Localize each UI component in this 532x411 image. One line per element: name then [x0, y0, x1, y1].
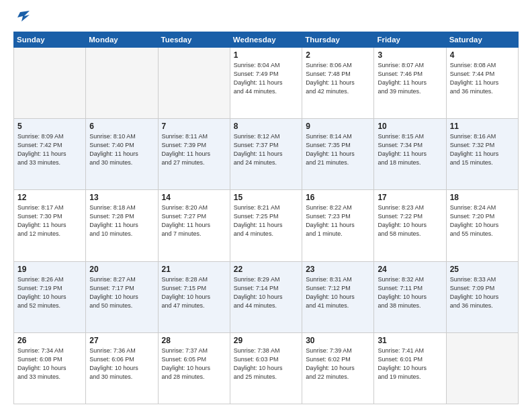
- calendar-cell: 29Sunrise: 7:38 AM Sunset: 6:03 PM Dayli…: [230, 332, 302, 404]
- calendar-cell: 8Sunrise: 8:12 AM Sunset: 7:37 PM Daylig…: [230, 119, 302, 190]
- day-number: 21: [162, 265, 226, 274]
- calendar-cell: 31Sunrise: 7:41 AM Sunset: 6:01 PM Dayli…: [374, 332, 446, 404]
- calendar-cell: 6Sunrise: 8:10 AM Sunset: 7:40 PM Daylig…: [86, 119, 158, 190]
- day-number: 24: [378, 265, 442, 274]
- calendar-cell: [446, 332, 518, 404]
- calendar-cell: 7Sunrise: 8:11 AM Sunset: 7:39 PM Daylig…: [158, 119, 230, 190]
- day-number: 16: [306, 193, 370, 202]
- calendar-cell: 28Sunrise: 7:37 AM Sunset: 6:05 PM Dayli…: [158, 332, 230, 404]
- day-info: Sunrise: 8:29 AM Sunset: 7:14 PM Dayligh…: [234, 275, 298, 310]
- calendar-cell: 26Sunrise: 7:34 AM Sunset: 6:08 PM Dayli…: [14, 332, 86, 404]
- calendar-table: SundayMondayTuesdayWednesdayThursdayFrid…: [13, 32, 519, 404]
- calendar-cell: 11Sunrise: 8:16 AM Sunset: 7:32 PM Dayli…: [446, 119, 518, 190]
- day-info: Sunrise: 8:28 AM Sunset: 7:15 PM Dayligh…: [162, 275, 226, 310]
- day-info: Sunrise: 8:24 AM Sunset: 7:20 PM Dayligh…: [450, 203, 515, 238]
- day-number: 25: [450, 265, 515, 274]
- day-number: 31: [378, 336, 442, 345]
- weekday-monday: Monday: [86, 32, 158, 47]
- calendar-week-4: 19Sunrise: 8:26 AM Sunset: 7:19 PM Dayli…: [14, 261, 519, 332]
- calendar-cell: 13Sunrise: 8:18 AM Sunset: 7:28 PM Dayli…: [86, 190, 158, 261]
- day-info: Sunrise: 8:10 AM Sunset: 7:40 PM Dayligh…: [89, 132, 154, 167]
- day-number: 18: [450, 193, 515, 202]
- day-info: Sunrise: 8:17 AM Sunset: 7:30 PM Dayligh…: [17, 203, 82, 238]
- weekday-wednesday: Wednesday: [230, 32, 302, 47]
- day-number: 28: [162, 336, 226, 345]
- day-number: 23: [306, 265, 370, 274]
- calendar-cell: 10Sunrise: 8:15 AM Sunset: 7:34 PM Dayli…: [374, 119, 446, 190]
- day-info: Sunrise: 8:18 AM Sunset: 7:28 PM Dayligh…: [89, 203, 154, 238]
- day-number: 12: [17, 193, 82, 202]
- calendar-week-1: 1Sunrise: 8:04 AM Sunset: 7:49 PM Daylig…: [14, 47, 519, 118]
- weekday-header-row: SundayMondayTuesdayWednesdayThursdayFrid…: [14, 32, 519, 47]
- day-info: Sunrise: 8:12 AM Sunset: 7:37 PM Dayligh…: [234, 132, 298, 167]
- calendar-cell: 9Sunrise: 8:14 AM Sunset: 7:35 PM Daylig…: [302, 119, 374, 190]
- day-info: Sunrise: 7:36 AM Sunset: 6:06 PM Dayligh…: [89, 347, 154, 381]
- day-number: 26: [17, 336, 82, 345]
- calendar-week-3: 12Sunrise: 8:17 AM Sunset: 7:30 PM Dayli…: [14, 190, 519, 261]
- calendar-cell: [158, 47, 230, 118]
- calendar-cell: 15Sunrise: 8:21 AM Sunset: 7:25 PM Dayli…: [230, 190, 302, 261]
- day-number: 6: [89, 122, 154, 131]
- day-info: Sunrise: 7:39 AM Sunset: 6:02 PM Dayligh…: [306, 347, 370, 381]
- logo-bird-icon: [15, 9, 30, 24]
- day-info: Sunrise: 8:33 AM Sunset: 7:09 PM Dayligh…: [450, 275, 515, 310]
- day-info: Sunrise: 8:26 AM Sunset: 7:19 PM Dayligh…: [17, 275, 82, 310]
- day-info: Sunrise: 8:32 AM Sunset: 7:11 PM Dayligh…: [378, 275, 442, 310]
- day-number: 30: [306, 336, 370, 345]
- day-number: 11: [450, 122, 515, 131]
- day-number: 29: [234, 336, 298, 345]
- calendar-cell: 1Sunrise: 8:04 AM Sunset: 7:49 PM Daylig…: [230, 47, 302, 118]
- day-info: Sunrise: 8:04 AM Sunset: 7:49 PM Dayligh…: [234, 61, 298, 96]
- day-info: Sunrise: 8:06 AM Sunset: 7:48 PM Dayligh…: [306, 61, 370, 96]
- calendar-cell: 4Sunrise: 8:08 AM Sunset: 7:44 PM Daylig…: [446, 47, 518, 118]
- day-number: 9: [306, 122, 370, 131]
- calendar-cell: 24Sunrise: 8:32 AM Sunset: 7:11 PM Dayli…: [374, 261, 446, 332]
- calendar-cell: 3Sunrise: 8:07 AM Sunset: 7:46 PM Daylig…: [374, 47, 446, 118]
- day-info: Sunrise: 8:11 AM Sunset: 7:39 PM Dayligh…: [162, 132, 226, 167]
- day-info: Sunrise: 8:23 AM Sunset: 7:22 PM Dayligh…: [378, 203, 442, 238]
- day-number: 5: [17, 122, 82, 131]
- day-info: Sunrise: 8:15 AM Sunset: 7:34 PM Dayligh…: [378, 132, 442, 167]
- calendar-cell: 27Sunrise: 7:36 AM Sunset: 6:06 PM Dayli…: [86, 332, 158, 404]
- day-number: 22: [234, 265, 298, 274]
- day-number: 10: [378, 122, 442, 131]
- day-info: Sunrise: 8:07 AM Sunset: 7:46 PM Dayligh…: [378, 61, 442, 96]
- calendar-cell: 23Sunrise: 8:31 AM Sunset: 7:12 PM Dayli…: [302, 261, 374, 332]
- day-number: 2: [306, 50, 370, 60]
- day-info: Sunrise: 8:14 AM Sunset: 7:35 PM Dayligh…: [306, 132, 370, 167]
- day-info: Sunrise: 8:22 AM Sunset: 7:23 PM Dayligh…: [306, 203, 370, 238]
- day-number: 3: [378, 50, 442, 60]
- calendar-cell: 25Sunrise: 8:33 AM Sunset: 7:09 PM Dayli…: [446, 261, 518, 332]
- day-number: 13: [89, 193, 154, 202]
- day-info: Sunrise: 7:41 AM Sunset: 6:01 PM Dayligh…: [378, 347, 442, 381]
- calendar-cell: 22Sunrise: 8:29 AM Sunset: 7:14 PM Dayli…: [230, 261, 302, 332]
- calendar-week-2: 5Sunrise: 8:09 AM Sunset: 7:42 PM Daylig…: [14, 119, 519, 190]
- day-info: Sunrise: 8:27 AM Sunset: 7:17 PM Dayligh…: [89, 275, 154, 310]
- day-info: Sunrise: 8:08 AM Sunset: 7:44 PM Dayligh…: [450, 61, 515, 96]
- calendar-cell: [86, 47, 158, 118]
- header: [13, 12, 519, 28]
- logo-general: [13, 12, 30, 28]
- weekday-tuesday: Tuesday: [158, 32, 230, 47]
- weekday-saturday: Saturday: [446, 32, 518, 47]
- day-info: Sunrise: 7:34 AM Sunset: 6:08 PM Dayligh…: [17, 347, 82, 381]
- weekday-sunday: Sunday: [14, 32, 86, 47]
- weekday-thursday: Thursday: [302, 32, 374, 47]
- calendar-week-5: 26Sunrise: 7:34 AM Sunset: 6:08 PM Dayli…: [14, 332, 519, 404]
- day-number: 27: [89, 336, 154, 345]
- calendar-cell: 12Sunrise: 8:17 AM Sunset: 7:30 PM Dayli…: [14, 190, 86, 261]
- day-number: 1: [234, 50, 298, 60]
- day-number: 14: [162, 193, 226, 202]
- day-info: Sunrise: 8:21 AM Sunset: 7:25 PM Dayligh…: [234, 203, 298, 238]
- calendar-cell: 20Sunrise: 8:27 AM Sunset: 7:17 PM Dayli…: [86, 261, 158, 332]
- day-number: 19: [17, 265, 82, 274]
- calendar-cell: 30Sunrise: 7:39 AM Sunset: 6:02 PM Dayli…: [302, 332, 374, 404]
- day-number: 7: [162, 122, 226, 131]
- calendar-cell: 2Sunrise: 8:06 AM Sunset: 7:48 PM Daylig…: [302, 47, 374, 118]
- day-number: 17: [378, 193, 442, 202]
- day-number: 8: [234, 122, 298, 131]
- calendar-cell: 14Sunrise: 8:20 AM Sunset: 7:27 PM Dayli…: [158, 190, 230, 261]
- day-info: Sunrise: 8:09 AM Sunset: 7:42 PM Dayligh…: [17, 132, 82, 167]
- calendar-cell: [14, 47, 86, 118]
- day-number: 4: [450, 50, 515, 60]
